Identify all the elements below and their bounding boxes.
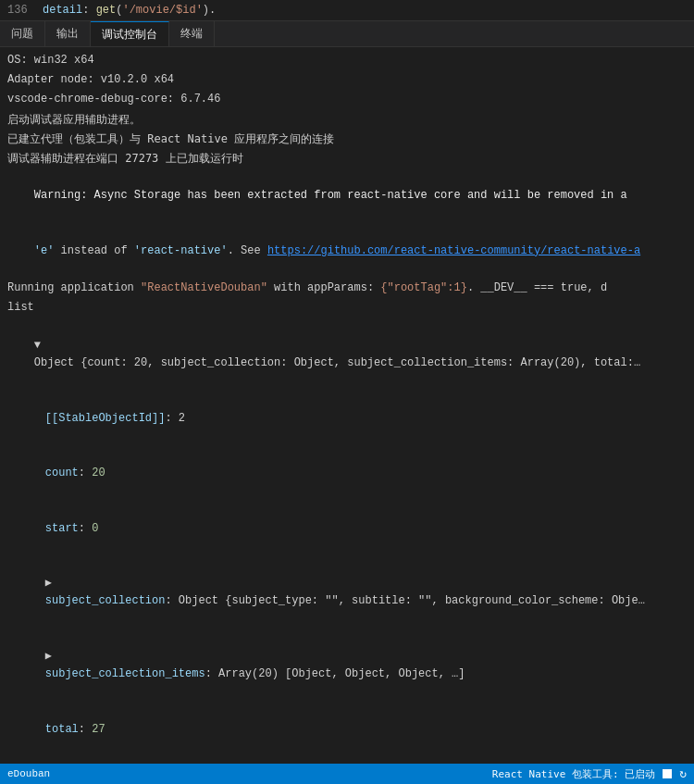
expand-arrow[interactable]: ▼ — [34, 339, 47, 352]
status-square-icon — [663, 769, 672, 778]
console-line: vscode-chrome-debug-core: 6.7.46 — [0, 90, 694, 109]
warning-line-2: 'e' instead of 'react-native'. See https… — [0, 224, 694, 280]
console-line-list: list — [0, 298, 694, 317]
line-number: 136 — [7, 4, 35, 17]
tab-problems[interactable]: 问题 — [0, 21, 45, 46]
console-line: Adapter node: v10.2.0 x64 — [0, 70, 694, 90]
console-line: 已建立代理（包装工具）与 React Native 应用程序之间的连接 — [0, 130, 694, 149]
bundler-label: React Native 包装工具: 已启动 — [492, 767, 655, 781]
subject-collection-items-line[interactable]: ▶ subject_collection_items: Array(20) [O… — [0, 629, 694, 703]
expand-arrow-3[interactable]: ▶ — [45, 650, 58, 663]
warning-line: Warning: Async Storage has been extracte… — [0, 168, 694, 224]
tab-output[interactable]: 输出 — [45, 21, 91, 46]
refresh-icon: ↻ — [679, 766, 687, 781]
console-area: OS: win32 x64 Adapter node: v10.2.0 x64 … — [0, 47, 694, 764]
stable-object-id: [[StableObjectId]]: 2 — [0, 391, 694, 446]
subject-collection-line[interactable]: ▶ subject_collection: Object {subject_ty… — [0, 556, 694, 629]
status-right: React Native 包装工具: 已启动 ↻ — [492, 766, 687, 781]
console-line: 启动调试器应用辅助进程。 — [0, 110, 694, 130]
status-left: eDouban — [7, 768, 50, 779]
console-line: Running application "ReactNativeDouban" … — [0, 279, 694, 298]
count-line: count: 20 — [0, 446, 694, 502]
console-line: 调试器辅助进程在端口 27273 上已加载运行时 — [0, 149, 694, 168]
proto-line[interactable]: ▶ __proto__: Object {constructor: , __de… — [0, 757, 694, 764]
expand-arrow-2[interactable]: ▶ — [45, 577, 58, 590]
status-bar: eDouban React Native 包装工具: 已启动 ↻ — [0, 764, 694, 784]
start-line: start: 0 — [0, 502, 694, 557]
console-line: OS: win32 x64 — [0, 51, 694, 70]
tab-debug-console[interactable]: 调试控制台 — [91, 21, 169, 46]
line-number-bar: 136 detail: get('/movie/$id'). — [0, 0, 694, 21]
code-preview: detail: get('/movie/$id'). — [43, 4, 216, 17]
object-expand-1[interactable]: ▼ Object {count: 20, subject_collection:… — [0, 318, 694, 392]
app-name: eDouban — [7, 768, 50, 779]
tab-terminal[interactable]: 终端 — [169, 21, 215, 46]
tab-bar: 问题 输出 调试控制台 终端 — [0, 21, 694, 47]
total-line: total: 27 — [0, 703, 694, 758]
